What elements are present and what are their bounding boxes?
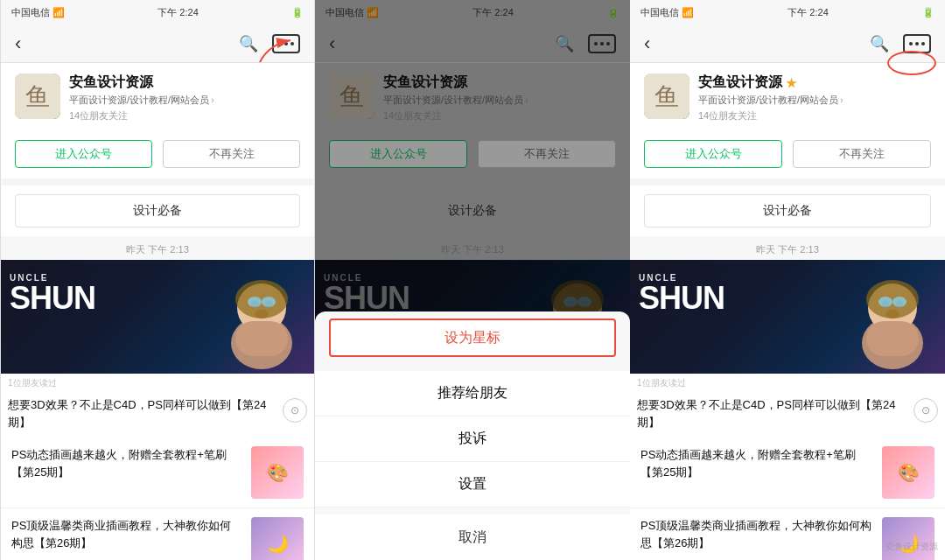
carrier-1: 中国电信 📶 [11, 6, 65, 19]
list-item-1-1[interactable]: PS动态插画越来越火，附赠全套教程+笔刷【第25期】 🎨 [1, 438, 314, 508]
more-button-1[interactable] [272, 34, 300, 53]
dot-3-2 [915, 42, 919, 46]
article-views-1: 1位朋友读过 [1, 374, 314, 393]
profile-name-1: 安鱼设计资源 [69, 74, 300, 92]
avatar-3: 鱼 [644, 74, 690, 119]
panel-3: 中国电信 📶 下午 2:24 🔋 ‹ 🔍 鱼 安鱼设计 [630, 0, 945, 560]
uncle-shun-text-1: UNCLE SHUN [10, 273, 95, 314]
cancel-item[interactable]: 取消 [315, 514, 630, 560]
share-icon-1[interactable]: ⊙ [283, 398, 307, 423]
profile-desc-3: 平面设计资源/设计教程/网站会员 › [698, 94, 931, 107]
back-button-3[interactable]: ‹ [644, 32, 650, 55]
complain-item[interactable]: 投诉 [315, 416, 630, 462]
set-star-item[interactable]: 设为星标 [329, 318, 616, 357]
panel-2: 中国电信 📶 下午 2:24 🔋 ‹ 🔍 鱼 安鱼设计 [315, 0, 630, 560]
article-title-3[interactable]: 想要3D效果？不止是C4D，PS同样可以做到【第24期】 [637, 396, 906, 430]
dot-1 [278, 42, 282, 46]
divider-3 [630, 178, 945, 186]
chevron-right-3: › [840, 95, 843, 105]
menu-button-1[interactable]: 设计必备 [15, 194, 300, 228]
article-title-row-3: 想要3D效果？不止是C4D，PS同样可以做到【第24期】 ⊙ [630, 393, 945, 438]
thumb-1-2: 🌙 [251, 517, 304, 560]
dot-2 [284, 42, 288, 46]
list-title-3-1: PS动态插画越来越火，附赠全套教程+笔刷【第25期】 [640, 446, 873, 480]
dot-3 [290, 42, 294, 46]
status-bar-1: 中国电信 📶 下午 2:24 🔋 [1, 0, 314, 24]
svg-point-32 [878, 297, 892, 307]
avatar-img-1: 鱼 [15, 74, 60, 119]
nav-bar-3: ‹ 🔍 [630, 24, 945, 63]
svg-point-11 [262, 297, 276, 307]
character-1 [218, 269, 305, 374]
list-title-3-2: PS顶级温馨类商业插画教程，大神教你如何构思【第26期】 [640, 517, 873, 551]
nav-bar-1: ‹ 🔍 [1, 24, 314, 63]
svg-rect-30 [866, 321, 919, 356]
list-title-1-1: PS动态插画越来越火，附赠全套教程+笔刷【第25期】 [11, 446, 242, 480]
nav-actions-1: 🔍 [239, 34, 300, 53]
battery-1: 🔋 [291, 7, 304, 18]
dot-3-1 [909, 42, 913, 46]
unfollow-btn-1[interactable]: 不再关注 [163, 140, 300, 168]
article-card-1: UNCLE SHUN 1位朋友读过 想要3D效果？不止是C4D，PS同样可以做到… [1, 260, 314, 438]
enter-account-btn-3[interactable]: 进入公众号 [644, 140, 782, 168]
menu-section-1: 设计必备 [1, 186, 314, 236]
article-views-3: 1位朋友读过 [630, 374, 945, 393]
profile-followers-3: 14位朋友关注 [698, 109, 931, 122]
avatar-1: 鱼 [15, 74, 60, 119]
list-item-1-2[interactable]: PS顶级温馨类商业插画教程，大神教你如何构思【第26期】 🌙 [1, 508, 314, 560]
dropdown-gap-2b [315, 508, 630, 514]
profile-section-1: 鱼 安鱼设计资源 平面设计资源/设计教程/网站会员 › 14位朋友关注 [1, 63, 314, 133]
share-icon-3[interactable]: ⊙ [914, 398, 938, 423]
carrier-3: 中国电信 📶 [640, 6, 694, 19]
dropdown-menu-2: 设为星标 推荐给朋友 投诉 设置 取消 [315, 312, 630, 560]
thumb-3-1: 🎨 [882, 446, 934, 499]
avatar-img-3: 鱼 [644, 74, 690, 119]
dot-3-3 [921, 42, 925, 46]
list-title-1-2: PS顶级温馨类商业插画教程，大神教你如何构思【第26期】 [11, 517, 242, 551]
profile-section-3: 鱼 安鱼设计资源 ★ 平面设计资源/设计教程/网站会员 › 14位朋友关注 [630, 63, 945, 133]
svg-point-31 [866, 280, 919, 318]
thumb-3-2: 🌙 [882, 517, 934, 560]
back-button-1[interactable]: ‹ [15, 32, 21, 55]
time-3: 下午 2:24 [788, 6, 828, 19]
timestamp-1: 昨天 下午 2:13 [1, 236, 314, 260]
svg-point-9 [235, 280, 288, 318]
watermark-3: 安鱼设计资源 [886, 541, 938, 553]
settings-item[interactable]: 设置 [315, 462, 630, 508]
battery-3: 🔋 [922, 7, 934, 18]
article-card-3: UNCLE SHUN 1位朋友读过 想要3D效果？不止是C4D，PS同样可以做到… [630, 260, 945, 438]
svg-point-10 [248, 297, 262, 307]
article-list-1: PS动态插画越来越火，附赠全套教程+笔刷【第25期】 🎨 PS顶级温馨类商业插画… [1, 438, 314, 560]
recommend-item[interactable]: 推荐给朋友 [315, 371, 630, 416]
svg-text:鱼: 鱼 [25, 83, 50, 110]
panel-1: 中国电信 📶 下午 2:24 🔋 ‹ 🔍 [0, 0, 315, 560]
list-item-3-1[interactable]: PS动态插画越来越火，附赠全套教程+笔刷【第25期】 🎨 [630, 438, 945, 508]
article-hero-1[interactable]: UNCLE SHUN [1, 260, 314, 374]
dropdown-gap-2 [315, 364, 630, 371]
unfollow-btn-3[interactable]: 不再关注 [793, 140, 931, 168]
more-button-3[interactable] [903, 34, 931, 53]
uncle-shun-text-3: UNCLE SHUN [639, 273, 724, 314]
menu-button-3[interactable]: 设计必备 [644, 194, 931, 228]
svg-text:鱼: 鱼 [654, 83, 679, 110]
chevron-right-1: › [211, 95, 214, 105]
profile-info-1: 安鱼设计资源 平面设计资源/设计教程/网站会员 › 14位朋友关注 [69, 74, 300, 122]
profile-followers-1: 14位朋友关注 [69, 109, 300, 122]
profile-info-3: 安鱼设计资源 ★ 平面设计资源/设计教程/网站会员 › 14位朋友关注 [698, 74, 931, 122]
profile-actions-1: 进入公众号 不再关注 [1, 133, 314, 178]
character-3 [849, 269, 936, 374]
star-icon-3: ★ [786, 76, 797, 90]
enter-account-btn-1[interactable]: 进入公众号 [15, 140, 152, 168]
thumb-1-1: 🎨 [251, 446, 304, 499]
search-icon-1[interactable]: 🔍 [239, 34, 258, 53]
menu-section-3: 设计必备 [630, 186, 945, 236]
article-title-row-1: 想要3D效果？不止是C4D，PS同样可以做到【第24期】 ⊙ [1, 393, 314, 438]
search-icon-3[interactable]: 🔍 [870, 34, 889, 53]
article-title-1[interactable]: 想要3D效果？不止是C4D，PS同样可以做到【第24期】 [8, 396, 276, 430]
article-hero-3[interactable]: UNCLE SHUN [630, 260, 945, 374]
profile-name-3: 安鱼设计资源 ★ [698, 74, 931, 92]
nav-actions-3: 🔍 [870, 34, 931, 53]
profile-desc-1: 平面设计资源/设计教程/网站会员 › [69, 94, 300, 107]
profile-actions-3: 进入公众号 不再关注 [630, 133, 945, 178]
status-bar-3: 中国电信 📶 下午 2:24 🔋 [630, 0, 945, 24]
